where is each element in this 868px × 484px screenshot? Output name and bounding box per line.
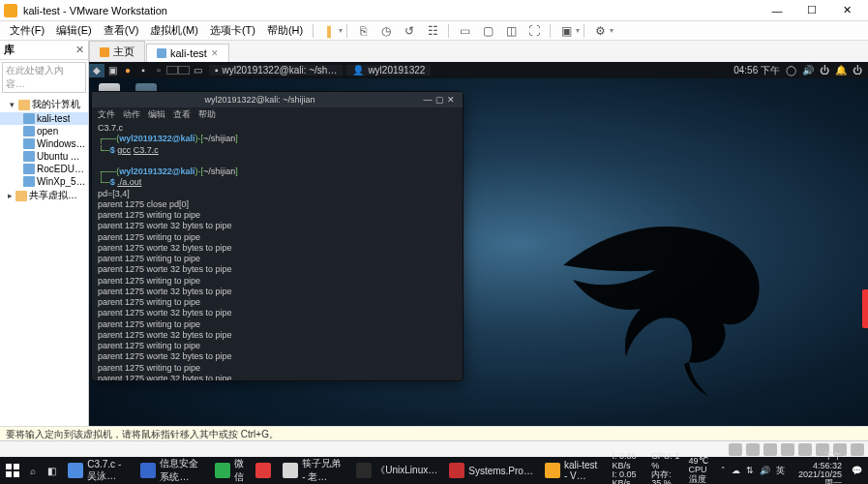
search-button[interactable]: ⌕ bbox=[24, 457, 42, 484]
term-menu-help[interactable]: 帮助 bbox=[198, 108, 216, 121]
system-tray[interactable]: I: 0.86 KB/s I: 0.05 KB/s CPU: 1 % 内存: 3… bbox=[607, 452, 868, 484]
terminal-titlebar[interactable]: wyl20191322@kali: ~/shijian — ▢ ✕ bbox=[92, 92, 463, 107]
network-icon[interactable]: ⏻ bbox=[820, 65, 829, 76]
term-menu-file[interactable]: 文件 bbox=[98, 108, 115, 121]
app-icon-0 bbox=[68, 463, 83, 478]
taskbar-app-4[interactable]: 筷子兄弟 - 老… bbox=[277, 457, 350, 484]
tray-chevron-icon[interactable]: ˄ bbox=[721, 466, 726, 475]
kali-clock: 04:56 下午 bbox=[733, 64, 780, 77]
library-close-icon[interactable]: ✕ bbox=[75, 44, 84, 56]
kali-task-user[interactable]: 👤 wyl20191322 bbox=[346, 65, 431, 76]
sidebar-button[interactable]: ◫ bbox=[501, 22, 521, 40]
term-menu-edit[interactable]: 编辑 bbox=[148, 108, 165, 121]
vmware-icon bbox=[4, 4, 17, 17]
term-menu-action[interactable]: 动作 bbox=[123, 108, 140, 121]
files-icon[interactable]: ▣ bbox=[105, 64, 120, 77]
speaker-icon[interactable]: 🔊 bbox=[802, 65, 814, 76]
tree-root-mycomputer[interactable]: ▾我的计算机 bbox=[0, 97, 88, 112]
start-button[interactable] bbox=[0, 457, 24, 484]
taskbar-app-6[interactable]: Systems.Pro… bbox=[443, 457, 539, 484]
mem-usage: 内存: 35 % bbox=[651, 470, 682, 484]
workspace1-icon[interactable] bbox=[166, 66, 178, 75]
home-icon bbox=[100, 47, 109, 57]
menu-vm[interactable]: 虚拟机(M) bbox=[144, 21, 204, 40]
user-task-icon: 👤 bbox=[352, 65, 364, 76]
taskbar-app-3[interactable] bbox=[250, 457, 277, 484]
notification-icon[interactable]: ◯ bbox=[786, 65, 796, 76]
snapshot-button[interactable]: ◷ bbox=[376, 22, 396, 40]
taskbar-clock[interactable]: 下午 4:56:32 2021/10/25 周一 bbox=[791, 452, 846, 484]
show-desktop-icon[interactable]: ▭ bbox=[190, 64, 205, 77]
tree-item-winxp[interactable]: WinXp_52Pojie_… bbox=[0, 175, 88, 188]
tab-close-icon[interactable]: ✕ bbox=[211, 48, 219, 58]
tab-kali-test[interactable]: kali-test✕ bbox=[146, 44, 229, 62]
taskbar-app-5[interactable]: 《UnixLinux… bbox=[350, 457, 443, 484]
hint-bar: 要将输入定向到该虚拟机，请将鼠标指针移入其中或按 Ctrl+G。 bbox=[0, 426, 868, 440]
app-icon-4 bbox=[283, 463, 298, 478]
minimize-button[interactable]: — bbox=[760, 0, 794, 21]
taskbar-app-1[interactable]: 信息安全系统… bbox=[135, 457, 209, 484]
taskbar-app-7[interactable]: kali-test - V… bbox=[539, 457, 607, 484]
terminal-icon[interactable]: ▪ bbox=[135, 64, 151, 77]
menu-edit[interactable]: 编辑(E) bbox=[50, 21, 98, 40]
vm-icon bbox=[157, 48, 166, 58]
wrench-button[interactable]: ⚙ bbox=[590, 22, 610, 40]
pause-button[interactable]: ‖ bbox=[319, 22, 339, 40]
workspace2-icon[interactable] bbox=[178, 66, 190, 75]
app-icon-1 bbox=[140, 463, 156, 478]
menu-view[interactable]: 查看(V) bbox=[98, 21, 145, 40]
task-view-button[interactable]: ◧ bbox=[42, 457, 62, 484]
gpu-label: CPU温度 bbox=[689, 466, 716, 484]
side-tab-handle[interactable] bbox=[862, 289, 868, 328]
svg-rect-0 bbox=[6, 464, 12, 469]
stretch-button[interactable]: ⛶ bbox=[524, 22, 544, 40]
search-icon: ⌕ bbox=[30, 466, 36, 476]
maximize-button[interactable]: ☐ bbox=[794, 0, 829, 21]
tray-onedrive-icon[interactable]: ☁ bbox=[732, 466, 740, 475]
send-button[interactable]: ⎘ bbox=[353, 22, 373, 40]
tray-ime-icon[interactable]: 英 bbox=[776, 465, 785, 477]
windows-taskbar: ⌕ ◧ C3.7.c - 吴泳…信息安全系统…微信筷子兄弟 - 老…《UnixL… bbox=[0, 457, 868, 484]
close-button[interactable]: ✕ bbox=[829, 0, 864, 21]
terminal-minimize-button[interactable]: — bbox=[422, 95, 434, 105]
menu-help[interactable]: 帮助(H) bbox=[261, 21, 309, 40]
unity-button[interactable]: ▢ bbox=[478, 22, 497, 40]
tray-wifi-icon[interactable]: ⇅ bbox=[746, 466, 754, 475]
tree-item-ubuntu[interactable]: Ubuntu ARM V1… bbox=[0, 150, 88, 163]
fullscreen-button[interactable]: ▭ bbox=[455, 22, 474, 40]
tree-shared-vms[interactable]: ▸共享虚拟机 (已弃用) bbox=[0, 188, 88, 203]
taskbar-app-2[interactable]: 微信 bbox=[209, 457, 250, 484]
kali-menu-icon[interactable]: ◆ bbox=[89, 64, 105, 77]
snapshot-manager-button[interactable]: ☷ bbox=[423, 22, 442, 40]
library-panel: 库 ✕ 在此处键入内容… ▾我的计算机 kali-test open Windo… bbox=[0, 41, 89, 426]
menu-file[interactable]: 文件(F) bbox=[4, 21, 50, 40]
term-menu-view[interactable]: 查看 bbox=[173, 108, 191, 121]
firefox-icon[interactable]: ● bbox=[120, 64, 135, 77]
terminal-output[interactable]: C3.7.c ┌──(wyl20191322@kali)-[~/shijian]… bbox=[92, 121, 463, 380]
console-button[interactable]: ▣ bbox=[556, 22, 576, 40]
vm-display[interactable]: ◆ ▣ ● ▪ ▫ ▭ ▪ wyl20191322@kali: ~/sh… 👤 … bbox=[89, 62, 868, 426]
snapshot-revert-button[interactable]: ↺ bbox=[400, 22, 419, 40]
tree-item-kali-test[interactable]: kali-test bbox=[0, 112, 88, 125]
tray-volume-icon[interactable]: 🔊 bbox=[760, 466, 770, 475]
menu-tabs[interactable]: 选项卡(T) bbox=[204, 21, 261, 40]
tree-item-rocedu[interactable]: RocEDU.Win7 bbox=[0, 163, 88, 175]
power-icon[interactable]: ⏻ bbox=[853, 65, 862, 76]
kali-task-terminal[interactable]: ▪ wyl20191322@kali: ~/sh… bbox=[209, 65, 343, 76]
tab-home[interactable]: 主页 bbox=[89, 41, 145, 62]
editor-icon[interactable]: ▫ bbox=[151, 64, 166, 77]
vmware-menubar: 文件(F) 编辑(E) 查看(V) 虚拟机(M) 选项卡(T) 帮助(H) ‖▾… bbox=[0, 21, 868, 41]
terminal-maximize-button[interactable]: ▢ bbox=[434, 95, 445, 105]
terminal-close-button[interactable]: ✕ bbox=[445, 95, 457, 105]
net-down: I: 0.05 KB/s bbox=[613, 470, 646, 484]
tree-item-win10[interactable]: Windows 10 x64… bbox=[0, 137, 88, 150]
bell-icon[interactable]: 🔔 bbox=[835, 65, 847, 76]
taskbar-app-0[interactable]: C3.7.c - 吴泳… bbox=[62, 457, 135, 484]
window-title: kali-test - VMware Workstation bbox=[23, 5, 167, 16]
library-title: 库 bbox=[4, 43, 75, 57]
terminal-window: wyl20191322@kali: ~/shijian — ▢ ✕ 文件 动作 … bbox=[91, 91, 464, 381]
tree-item-open[interactable]: open bbox=[0, 125, 88, 137]
svg-rect-1 bbox=[14, 464, 19, 469]
library-search-input[interactable]: 在此处键入内容… bbox=[2, 62, 86, 93]
notifications-icon[interactable]: 💬 bbox=[852, 466, 862, 475]
